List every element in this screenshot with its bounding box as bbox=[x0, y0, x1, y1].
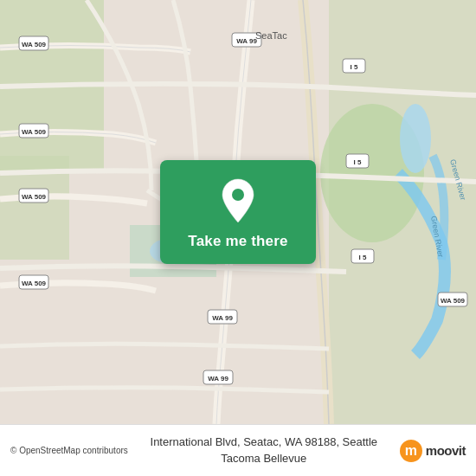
navigation-card[interactable]: Take me there bbox=[160, 160, 316, 264]
moovit-label: moovit bbox=[426, 443, 466, 458]
svg-point-35 bbox=[232, 189, 244, 201]
take-me-there-overlay: Take me there bbox=[160, 160, 316, 264]
osm-attribution: © OpenStreetMap contributors bbox=[10, 446, 128, 455]
location-pin-icon bbox=[219, 177, 257, 224]
address-display: International Blvd, Seatac, WA 98188, Se… bbox=[128, 434, 400, 466]
take-me-there-button[interactable]: Take me there bbox=[188, 233, 287, 250]
svg-text:WA 509: WA 509 bbox=[22, 41, 47, 48]
svg-text:I 5: I 5 bbox=[351, 63, 358, 71]
svg-text:I 5: I 5 bbox=[354, 158, 362, 166]
svg-text:WA 99: WA 99 bbox=[236, 37, 257, 45]
moovit-logo: m moovit bbox=[400, 440, 466, 462]
map-container: WA 509 WA 509 WA 509 WA 509 WA 99 WA 99 … bbox=[0, 0, 476, 424]
moovit-icon: m bbox=[400, 440, 422, 462]
address-line: International Blvd, Seatac, WA 98188, Se… bbox=[151, 435, 378, 464]
bottom-bar: © OpenStreetMap contributors Internation… bbox=[0, 424, 476, 476]
svg-text:WA 509: WA 509 bbox=[22, 128, 47, 136]
osm-text: © OpenStreetMap contributors bbox=[10, 446, 128, 455]
svg-text:WA 509: WA 509 bbox=[22, 193, 47, 201]
svg-text:WA 509: WA 509 bbox=[22, 280, 47, 287]
svg-text:WA 99: WA 99 bbox=[208, 375, 228, 383]
svg-text:SeaTac: SeaTac bbox=[255, 30, 287, 41]
svg-text:WA 99: WA 99 bbox=[212, 314, 233, 322]
svg-text:I 5: I 5 bbox=[359, 254, 367, 261]
svg-point-6 bbox=[400, 104, 431, 173]
svg-text:WA 509: WA 509 bbox=[441, 297, 466, 305]
